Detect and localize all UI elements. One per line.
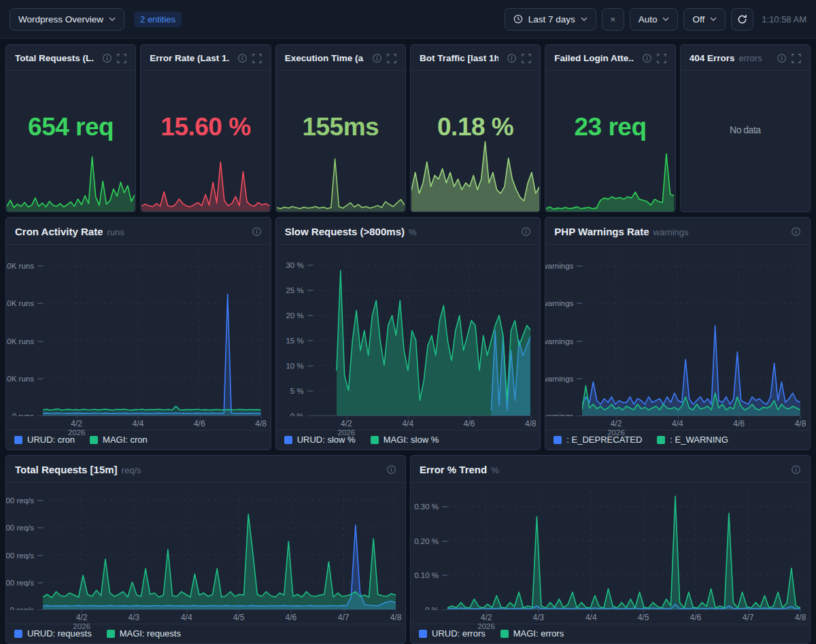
legend-label: : E_DEPRECATED	[566, 435, 642, 445]
legend-item[interactable]: MAGI: requests	[107, 628, 181, 639]
legend-item[interactable]: : E_DEPRECATED	[554, 435, 642, 445]
chart-plot[interactable]	[447, 491, 800, 610]
info-icon[interactable]	[507, 53, 517, 63]
time-range-label: Last 7 days	[528, 14, 575, 24]
panel-title: Failed Login Atte...	[554, 53, 633, 63]
panel-title: Cron Activity Rate	[15, 226, 103, 237]
panel-header-icons	[791, 464, 801, 475]
y-tick-label: 3.0K runs	[6, 299, 43, 307]
chart-plot[interactable]	[582, 253, 800, 416]
legend-item[interactable]: MAGI: slow %	[371, 435, 439, 445]
chart-area: 30 %25 %20 %15 %10 %5 %0 % 4/220264/44/6…	[276, 245, 541, 430]
stat-value: No data	[681, 124, 810, 135]
x-tick-label: 4/4	[585, 613, 597, 622]
y-tick-label: 400 req/s	[6, 552, 43, 560]
panel-title: Execution Time (a...	[285, 53, 364, 63]
info-icon[interactable]	[372, 53, 382, 63]
expand-icon[interactable]	[657, 54, 666, 63]
y-axis-labels: 4.0K runs3.0K runs2.0K runs1.0K runs0 ru…	[6, 253, 43, 416]
chart-panel: Cron Activity Rate runs 4.0K runs3.0K ru…	[5, 217, 271, 450]
expand-icon[interactable]	[252, 54, 262, 63]
chart-plot[interactable]	[313, 253, 531, 416]
expand-icon[interactable]	[792, 54, 801, 63]
y-tick-label: 0 runs	[12, 412, 43, 416]
x-tick-label: 4/22026	[76, 613, 88, 622]
y-axis-labels: 4 warnings3 warnings2 warnings1 warnings…	[545, 253, 582, 416]
y-tick-label: 4.0K runs	[6, 262, 43, 270]
y-tick-label: 3 warnings	[545, 299, 582, 307]
y-tick-label: 800 req/s	[6, 496, 43, 505]
x-tick-label: 4/6	[733, 419, 745, 428]
panel-header: PHP Warnings Rate warnings	[545, 218, 810, 245]
panel-title: Total Requests (L...	[15, 53, 94, 63]
time-range-select[interactable]: Last 7 days	[505, 8, 596, 31]
x-tick-label: 4/8	[795, 419, 806, 428]
info-icon[interactable]	[252, 226, 262, 237]
chevron-down-icon	[662, 17, 669, 21]
info-icon[interactable]	[102, 53, 112, 63]
panel-header-icons	[642, 53, 666, 63]
sparkline	[7, 152, 135, 211]
legend-swatch	[107, 630, 115, 638]
info-icon[interactable]	[237, 53, 248, 63]
x-tick-label: 4/8	[795, 613, 806, 622]
y-tick-label: 0 %	[425, 606, 447, 610]
x-axis-labels: 4/220264/44/64/8	[313, 416, 531, 430]
legend-item[interactable]: URUD: errors	[419, 628, 486, 639]
stat-panel: 404 Errors errors No data	[680, 44, 811, 212]
x-tick-label: 4/4	[402, 419, 413, 428]
x-axis-labels: 4/220264/44/64/8	[43, 416, 261, 430]
chart-area: 4 warnings3 warnings2 warnings1 warnings…	[545, 245, 810, 430]
x-tick-label: 4/4	[133, 419, 144, 428]
legend-label: URUD: slow %	[297, 435, 356, 445]
auto-dropdown[interactable]: Auto	[630, 8, 679, 31]
chart-plot[interactable]	[43, 491, 396, 610]
x-axis-labels: 4/220264/44/64/8	[582, 416, 800, 430]
legend-item[interactable]: URUD: cron	[14, 435, 75, 445]
info-icon[interactable]	[521, 226, 531, 237]
chevron-down-icon	[710, 17, 717, 21]
chart-panel: Slow Requests (>800ms) % 30 %25 %20 %15 …	[275, 217, 541, 450]
x-tick-label: 4/6	[194, 419, 205, 428]
x-tick-label: 4/22026	[481, 613, 492, 622]
y-tick-label: 0.30 %	[414, 503, 447, 511]
refresh-button[interactable]	[731, 8, 753, 31]
x-tick-label: 4/22026	[341, 419, 352, 428]
stat-value: 155ms	[276, 113, 405, 141]
dashboard-select[interactable]: Wordpress Overview	[10, 8, 124, 31]
info-icon[interactable]	[642, 53, 652, 63]
chevron-down-icon	[109, 17, 116, 21]
topbar: Wordpress Overview 2 entities Last 7 day…	[0, 0, 816, 39]
panel-title: Slow Requests (>800ms)	[285, 226, 405, 237]
legend-item[interactable]: URUD: slow %	[284, 435, 356, 445]
legend-swatch	[371, 436, 379, 444]
x-tick-label: 4/8	[390, 613, 402, 622]
info-icon[interactable]	[791, 464, 801, 475]
legend-swatch	[284, 436, 292, 444]
y-axis-labels: 30 %25 %20 %15 %10 %5 %0 %	[276, 253, 313, 416]
y-tick-label: 15 %	[286, 337, 312, 345]
legend-item[interactable]: URUD: requests	[14, 628, 92, 639]
expand-icon[interactable]	[387, 54, 396, 63]
expand-icon[interactable]	[522, 54, 531, 63]
legend-item[interactable]: MAGI: cron	[90, 435, 148, 445]
info-icon[interactable]	[777, 53, 787, 63]
topbar-controls: Last 7 days × Auto Off 1:10:58 AM	[505, 8, 806, 31]
legend-item[interactable]: MAGI: errors	[500, 628, 564, 639]
panel-unit: %	[409, 227, 417, 237]
legend-item[interactable]: : E_WARNING	[657, 435, 728, 445]
info-icon[interactable]	[791, 226, 801, 237]
expand-icon[interactable]	[117, 54, 126, 63]
y-tick-label: 2 warnings	[545, 337, 582, 345]
chart-legend: : E_DEPRECATED: E_WARNING	[545, 430, 810, 450]
panel-header: Error Rate (Last 1...	[141, 45, 270, 71]
info-icon[interactable]	[386, 464, 396, 475]
refresh-interval-dropdown[interactable]: Off	[683, 8, 726, 31]
chevron-down-icon	[581, 17, 588, 21]
chart-plot[interactable]	[43, 253, 261, 416]
x-tick-label: 4/6	[464, 419, 475, 428]
clear-time-range-button[interactable]: ×	[602, 8, 624, 31]
panel-title: Bot Traffic [last 1h...	[420, 53, 498, 63]
panel-header: Failed Login Atte...	[545, 45, 675, 71]
panel-header-icons	[372, 53, 396, 63]
